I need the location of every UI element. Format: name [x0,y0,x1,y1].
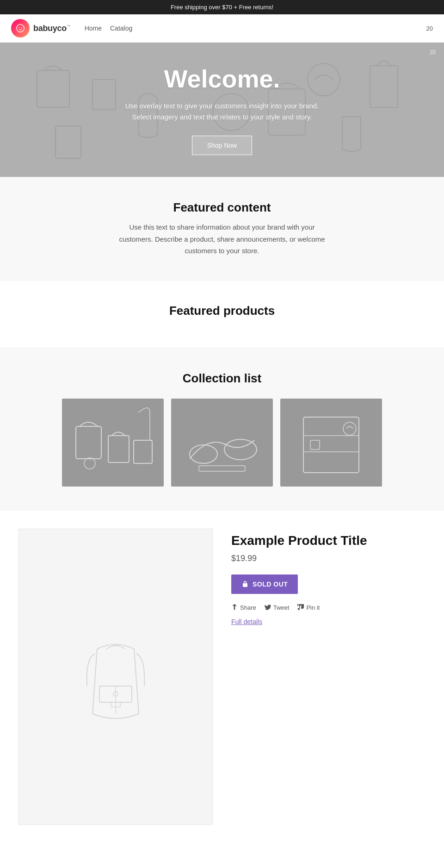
twitter-icon [265,604,271,611]
shop-now-button[interactable]: Shop Now [192,136,253,155]
collection-grid [37,399,407,487]
nav-home[interactable]: Home [85,25,102,32]
collection-list-section: Collection list [0,348,444,510]
hero-section: 20 Welcome. Use overlay text to give you… [0,43,444,177]
collection-item-3[interactable] [280,399,382,487]
baby-face-icon [15,23,25,33]
featured-content-body: Use this text to share information about… [116,221,328,257]
svg-rect-20 [310,440,320,450]
svg-point-15 [224,439,257,460]
svg-point-13 [84,458,95,469]
collection-item-1[interactable] [62,399,164,487]
share-twitter-link[interactable]: Tweet [265,604,290,611]
logo-icon [11,19,30,37]
featured-content-section: Featured content Use this text to share … [0,177,444,281]
svg-rect-16 [199,466,245,471]
featured-content-title: Featured content [9,200,435,215]
logo-link[interactable]: babuyco™ [11,19,71,37]
hero-subtitle: Use overlay text to give your customers … [125,100,319,123]
product-image [18,529,213,825]
facebook-icon [231,604,238,611]
svg-point-21 [343,422,356,435]
svg-rect-9 [56,126,81,158]
header: babuyco™ Home Catalog 20 [0,14,444,43]
product-image-illustration [51,612,180,742]
product-price: $19.99 [231,554,426,563]
hero-content: Welcome. Use overlay text to give your c… [116,46,328,174]
nav-catalog[interactable]: Catalog [110,25,132,32]
product-title: Example Product Title [231,533,426,548]
main-nav: Home Catalog [85,25,133,32]
svg-rect-11 [108,436,129,462]
sold-out-button[interactable]: SOLD OUT [231,575,298,594]
featured-products-title: Featured products [9,304,435,318]
svg-rect-10 [76,426,101,459]
collection-list-title: Collection list [9,371,435,386]
share-pinterest-link[interactable]: Pin it [297,604,320,611]
product-section: Example Product Title $19.99 SOLD OUT Sh… [0,510,444,853]
product-info: Example Product Title $19.99 SOLD OUT Sh… [231,529,426,626]
announcement-bar: Free shipping over $70 + Free returns! [0,0,444,14]
hero-counter: 20 [430,49,436,56]
pinterest-icon [297,604,304,611]
svg-rect-3 [37,70,69,107]
svg-point-2 [21,27,22,28]
svg-rect-12 [134,440,152,463]
collection-item-2[interactable] [171,399,273,487]
svg-point-0 [17,25,25,32]
lock-icon [241,581,249,588]
svg-rect-4 [92,80,116,110]
svg-point-1 [18,27,19,28]
announcement-text: Free shipping over $70 + Free returns! [171,4,273,11]
share-facebook-link[interactable]: Share [231,604,256,611]
logo-text: babuyco™ [33,24,71,33]
svg-rect-6 [370,66,398,107]
cart-count[interactable]: 20 [426,25,433,32]
full-details-link[interactable]: Full details [231,618,262,625]
featured-products-section: Featured products [0,281,444,348]
share-row: Share Tweet Pin it [231,604,426,611]
hero-title: Welcome. [125,64,319,93]
svg-rect-17 [303,417,359,473]
